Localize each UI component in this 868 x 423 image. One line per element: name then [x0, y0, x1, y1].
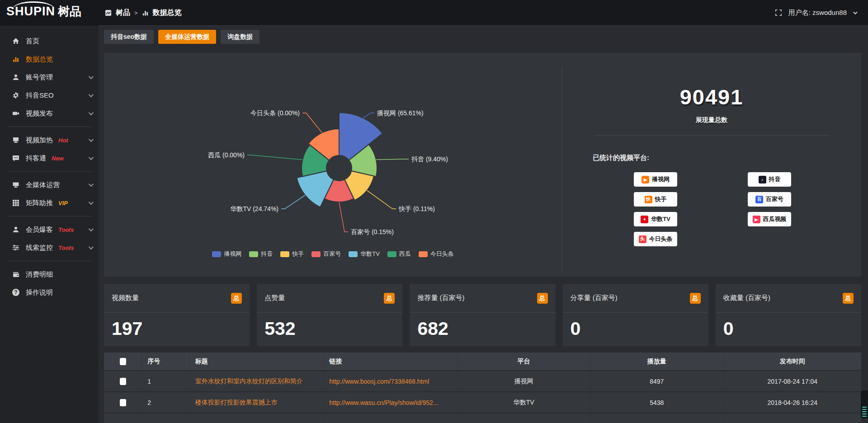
sidebar-item-data-overview[interactable]: 数据总览	[0, 50, 99, 68]
logo-text-cn: 树品	[58, 5, 81, 18]
breadcrumb-current[interactable]: 数据总览	[153, 8, 182, 18]
legend-item[interactable]: 今日头条	[419, 250, 454, 258]
pie-slice-label: 播视网 (65.61%)	[377, 109, 424, 117]
legend-item[interactable]: 西瓜	[387, 250, 411, 258]
xigua-logo-icon: ▶	[753, 216, 760, 223]
pie-slice-label: 今日头条 (0.00%)	[250, 109, 300, 117]
sidebar-item-label: 线索监控	[26, 244, 53, 252]
app-logo: SHUPIN 树品	[0, 0, 99, 26]
table-row-clipped	[104, 413, 861, 423]
legend-swatch	[311, 251, 321, 257]
sidebar-item-label: 抖客通	[26, 154, 46, 163]
stat-value: 0	[563, 313, 708, 339]
select-all-checkbox[interactable]	[120, 358, 126, 365]
legend-swatch	[349, 251, 358, 257]
username-label[interactable]: 用户名: zswodun88	[788, 9, 847, 17]
tab-douyin-seo-data[interactable]: 抖音seo数据	[104, 30, 154, 44]
video-title-link[interactable]: 室外水纹灯和室内水纹灯的区别和简介	[195, 377, 323, 385]
legend-item[interactable]: 百家号	[311, 250, 341, 258]
sidebar-item-home[interactable]: 首页	[0, 32, 99, 50]
sidebar-item-label: 抖音SEO	[26, 91, 54, 100]
boosj-logo-icon: ▶	[642, 176, 649, 183]
sidebar-item-video-publish[interactable]: 视频发布	[0, 104, 99, 122]
sidebar-menu: 首页 数据总览 账号管理 抖音SEO 视频发布 视频加热 Hot	[0, 26, 99, 301]
legend-item[interactable]: 抖音	[249, 250, 273, 258]
sidebar-item-member-burst[interactable]: 会员爆客 Tools	[0, 221, 99, 239]
legend-item[interactable]: 快手	[280, 250, 304, 258]
summary-divider	[594, 135, 830, 136]
legend-swatch	[249, 251, 258, 257]
stat-card-shares: 分享量 (百家号)总 0	[563, 284, 708, 346]
tab-inquiry-data[interactable]: 询盘数据	[221, 30, 259, 44]
rose-pie-chart[interactable]: 播视网 (65.61%)抖音 (9.40%)快手 (0.11%)百家号 (0.1…	[104, 53, 562, 247]
cell-platform: 华数TV	[458, 392, 590, 413]
stat-label: 视频数量	[112, 294, 139, 302]
fullscreen-icon[interactable]	[775, 9, 782, 16]
breadcrumb-root[interactable]: 树品	[116, 8, 130, 18]
legend-label: 播视网	[224, 250, 241, 258]
overview-panel: 播视网 (65.61%)抖音 (9.40%)快手 (0.11%)百家号 (0.1…	[104, 53, 861, 277]
video-title-link[interactable]: 楼体投影灯投影效果震撼上市	[195, 399, 323, 407]
legend-swatch	[387, 251, 396, 257]
chevron-down-icon	[853, 10, 858, 14]
total-badge: 总	[843, 293, 854, 304]
chevron-down-icon	[89, 200, 94, 205]
pie-label-line	[376, 159, 409, 160]
pie-label-line	[367, 190, 396, 209]
stat-value: 682	[410, 313, 555, 339]
video-url-link[interactable]: http://www.boosj.com/7338468.html	[329, 378, 457, 385]
pie-slice-label: 华数TV (24.74%)	[230, 205, 278, 212]
sidebar-item-label: 操作说明	[26, 288, 53, 297]
new-badge: New	[52, 155, 64, 162]
stat-card-likes: 点赞量总 532	[257, 284, 402, 346]
sidebar-item-account[interactable]: 账号管理	[0, 68, 99, 86]
sidebar-item-spend-detail[interactable]: 消费明细	[0, 265, 99, 283]
platforms-title: 已统计的视频平台:	[593, 154, 861, 162]
breadcrumb: 树品 > 数据总览	[105, 8, 182, 18]
videos-table: 序号 标题 链接 平台 播放量 发布时间 1 室外水纹灯和室内水纹灯的区别和简介…	[104, 352, 861, 423]
user-icon	[12, 73, 20, 81]
sidebar-item-video-heat[interactable]: 视频加热 Hot	[0, 131, 99, 149]
legend-item[interactable]: 华数TV	[349, 250, 380, 258]
chevron-down-icon	[89, 137, 94, 142]
widget-stripe	[862, 407, 867, 408]
video-camera-icon	[12, 109, 20, 118]
row-checkbox[interactable]	[120, 378, 126, 385]
col-header-title: 标题	[189, 352, 323, 371]
col-header-link: 链接	[324, 352, 458, 371]
legend-label: 今日头条	[430, 250, 454, 258]
sidebar-divider	[7, 261, 91, 261]
pie-slice-label: 快手 (0.11%)	[398, 205, 435, 212]
total-badge: 总	[690, 293, 701, 304]
sidebar-item-omnimedia[interactable]: 全媒体运营	[0, 176, 99, 194]
sidebar-item-douyin-seo[interactable]: 抖音SEO	[0, 86, 99, 104]
sidebar-item-douketong[interactable]: 抖客通 New	[0, 149, 99, 167]
table-row: 2 楼体投影灯投影效果震撼上市 http://www.wasu.cn/Play/…	[104, 392, 861, 413]
platform-name: 百家号	[766, 195, 783, 203]
cell-time: 2018-04-26 16:24	[723, 392, 861, 413]
platform-wasu: ✶华数TV	[634, 212, 677, 226]
breadcrumb-separator: >	[134, 9, 138, 16]
question-icon: ?	[12, 288, 20, 296]
video-url-link[interactable]: http://www.wasu.cn/Play/show/id/952...	[329, 399, 457, 406]
top-header: 树品 > 数据总览 用户名: zswodun88	[99, 0, 868, 26]
sidebar-item-help[interactable]: ? 操作说明	[0, 283, 99, 301]
platform-name: 华数TV	[651, 215, 670, 223]
douyin-logo-icon: ♪	[759, 176, 766, 183]
row-checkbox[interactable]	[120, 399, 126, 406]
grid-icon	[12, 199, 20, 207]
col-header-no: 序号	[142, 352, 190, 371]
platform-kuaishou: 快快手	[634, 192, 677, 207]
sidebar-item-matrix-boost[interactable]: 矩阵助推 VIP	[0, 194, 99, 212]
tab-omnimedia-data[interactable]: 全媒体运营数据	[158, 30, 216, 44]
floating-contact-widget[interactable]	[861, 390, 868, 418]
chevron-down-icon	[89, 155, 94, 160]
sidebar-item-lead-monitor[interactable]: 线索监控 Tools	[0, 239, 99, 257]
legend-label: 西瓜	[399, 250, 411, 258]
monitor-icon	[12, 181, 20, 189]
chart-legend: 播视网 抖音 快手 百家号 华数TV 西瓜 今日头条	[104, 250, 562, 258]
legend-swatch	[212, 251, 221, 257]
legend-item[interactable]: 播视网	[212, 250, 241, 258]
stat-label: 收藏量 (百家号)	[723, 294, 770, 302]
toutiao-logo-icon: 头	[639, 235, 646, 243]
